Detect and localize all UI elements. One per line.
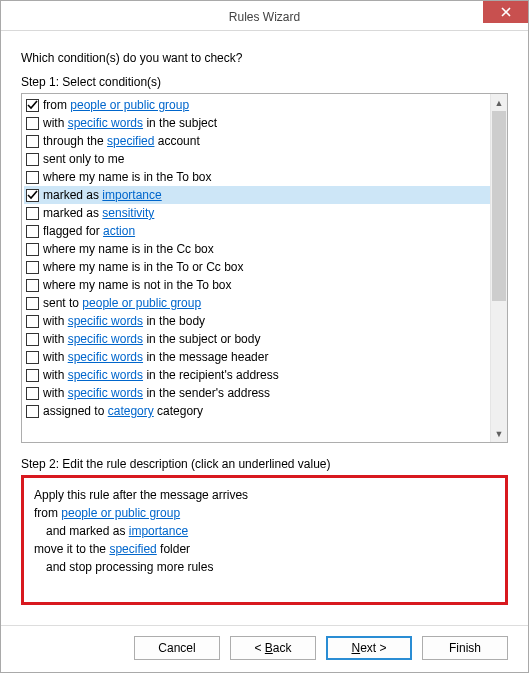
condition-checkbox[interactable] [26, 333, 39, 346]
step2-label: Step 2: Edit the rule description (click… [21, 457, 508, 471]
condition-checkbox[interactable] [26, 189, 39, 202]
condition-checkbox[interactable] [26, 153, 39, 166]
close-button[interactable] [483, 1, 528, 23]
condition-row[interactable]: assigned to category category [24, 402, 490, 420]
condition-row[interactable]: where my name is in the To or Cc box [24, 258, 490, 276]
condition-row[interactable]: with specific words in the body [24, 312, 490, 330]
condition-link[interactable]: people or public group [82, 296, 201, 310]
condition-link[interactable]: specific words [68, 386, 143, 400]
condition-row[interactable]: through the specified account [24, 132, 490, 150]
condition-text: sent only to me [43, 152, 124, 166]
rule-description-box: Apply this rule after the message arrive… [21, 475, 508, 605]
condition-text: marked as importance [43, 188, 162, 202]
cancel-button[interactable]: Cancel [134, 636, 220, 660]
condition-row[interactable]: with specific words in the subject [24, 114, 490, 132]
desc-link-importance[interactable]: importance [129, 524, 188, 538]
condition-text: flagged for action [43, 224, 135, 238]
condition-checkbox[interactable] [26, 279, 39, 292]
condition-checkbox[interactable] [26, 297, 39, 310]
condition-row[interactable]: with specific words in the subject or bo… [24, 330, 490, 348]
condition-text: with specific words in the sender's addr… [43, 386, 270, 400]
condition-checkbox[interactable] [26, 405, 39, 418]
desc-line: Apply this rule after the message arrive… [34, 486, 495, 504]
dialog-content: Which condition(s) do you want to check?… [1, 31, 528, 625]
desc-link-from[interactable]: people or public group [61, 506, 180, 520]
condition-row[interactable]: marked as importance [24, 186, 490, 204]
condition-checkbox[interactable] [26, 351, 39, 364]
condition-checkbox[interactable] [26, 387, 39, 400]
scroll-thumb[interactable] [492, 111, 506, 301]
condition-row[interactable]: from people or public group [24, 96, 490, 114]
condition-text: with specific words in the message heade… [43, 350, 268, 364]
condition-text: sent to people or public group [43, 296, 201, 310]
condition-link[interactable]: importance [102, 188, 161, 202]
condition-checkbox[interactable] [26, 117, 39, 130]
scroll-up-button[interactable]: ▲ [491, 94, 507, 111]
window-title: Rules Wizard [1, 8, 528, 24]
condition-link[interactable]: specific words [68, 368, 143, 382]
condition-link[interactable]: specific words [68, 314, 143, 328]
condition-text: with specific words in the body [43, 314, 205, 328]
condition-text: where my name is in the To box [43, 170, 212, 184]
condition-text: from people or public group [43, 98, 189, 112]
condition-row[interactable]: with specific words in the recipient's a… [24, 366, 490, 384]
condition-checkbox[interactable] [26, 99, 39, 112]
desc-line: and marked as importance [34, 522, 495, 540]
next-button[interactable]: Next > [326, 636, 412, 660]
button-row: Cancel < Back Next > Finish [1, 625, 528, 672]
desc-line: and stop processing more rules [34, 558, 495, 576]
condition-link[interactable]: specific words [68, 332, 143, 346]
prompt-text: Which condition(s) do you want to check? [21, 51, 508, 65]
title-bar: Rules Wizard [1, 1, 528, 31]
back-button[interactable]: < Back [230, 636, 316, 660]
condition-checkbox[interactable] [26, 225, 39, 238]
condition-row[interactable]: flagged for action [24, 222, 490, 240]
rules-wizard-window: Rules Wizard Which condition(s) do you w… [0, 0, 529, 673]
condition-checkbox[interactable] [26, 207, 39, 220]
condition-row[interactable]: with specific words in the message heade… [24, 348, 490, 366]
condition-text: where my name is in the To or Cc box [43, 260, 244, 274]
condition-checkbox[interactable] [26, 243, 39, 256]
condition-link[interactable]: specific words [68, 350, 143, 364]
scrollbar[interactable]: ▲ ▼ [490, 94, 507, 442]
condition-row[interactable]: where my name is in the Cc box [24, 240, 490, 258]
condition-checkbox[interactable] [26, 315, 39, 328]
conditions-listbox: from people or public groupwith specific… [21, 93, 508, 443]
condition-text: with specific words in the subject or bo… [43, 332, 260, 346]
desc-link-folder[interactable]: specified [109, 542, 156, 556]
condition-text: with specific words in the recipient's a… [43, 368, 279, 382]
condition-link[interactable]: category [108, 404, 154, 418]
condition-row[interactable]: with specific words in the sender's addr… [24, 384, 490, 402]
chevron-down-icon: ▼ [495, 429, 504, 439]
condition-row[interactable]: sent only to me [24, 150, 490, 168]
conditions-items[interactable]: from people or public groupwith specific… [22, 94, 490, 442]
chevron-up-icon: ▲ [495, 98, 504, 108]
condition-text: assigned to category category [43, 404, 203, 418]
desc-line: from people or public group [34, 504, 495, 522]
condition-text: with specific words in the subject [43, 116, 217, 130]
condition-link[interactable]: people or public group [70, 98, 189, 112]
condition-link[interactable]: action [103, 224, 135, 238]
condition-text: where my name is in the Cc box [43, 242, 214, 256]
condition-row[interactable]: where my name is not in the To box [24, 276, 490, 294]
condition-checkbox[interactable] [26, 171, 39, 184]
condition-checkbox[interactable] [26, 261, 39, 274]
condition-link[interactable]: sensitivity [102, 206, 154, 220]
condition-link[interactable]: specified [107, 134, 154, 148]
condition-text: marked as sensitivity [43, 206, 154, 220]
condition-checkbox[interactable] [26, 369, 39, 382]
condition-row[interactable]: where my name is in the To box [24, 168, 490, 186]
step1-label: Step 1: Select condition(s) [21, 75, 508, 89]
condition-checkbox[interactable] [26, 135, 39, 148]
scroll-down-button[interactable]: ▼ [491, 425, 507, 442]
condition-text: through the specified account [43, 134, 200, 148]
condition-row[interactable]: marked as sensitivity [24, 204, 490, 222]
desc-line: move it to the specified folder [34, 540, 495, 558]
condition-text: where my name is not in the To box [43, 278, 232, 292]
finish-button[interactable]: Finish [422, 636, 508, 660]
close-icon [501, 5, 511, 20]
condition-link[interactable]: specific words [68, 116, 143, 130]
condition-row[interactable]: sent to people or public group [24, 294, 490, 312]
